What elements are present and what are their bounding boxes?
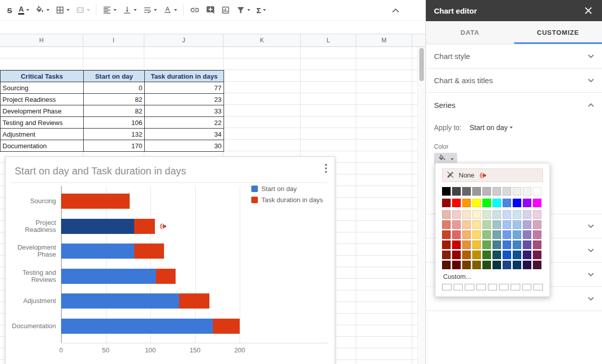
column-header-i[interactable]: I	[83, 34, 144, 46]
color-swatch[interactable]	[462, 261, 471, 269]
fill-color-button[interactable]	[32, 3, 52, 17]
strikethrough-button[interactable]: S	[4, 3, 15, 17]
color-swatch[interactable]	[492, 240, 501, 249]
custom-color-slot[interactable]	[522, 284, 532, 290]
vertical-align-button[interactable]	[120, 3, 140, 17]
column-header-m[interactable]: M	[356, 34, 412, 46]
color-swatch[interactable]	[452, 240, 461, 249]
color-swatch[interactable]	[452, 220, 461, 229]
color-swatch[interactable]	[513, 230, 521, 239]
custom-color-slot[interactable]	[442, 284, 452, 290]
color-swatch[interactable]	[523, 210, 531, 219]
cell[interactable]: Sourcing	[1, 82, 84, 94]
cell[interactable]: 82	[84, 105, 145, 117]
color-swatch[interactable]	[462, 220, 471, 229]
color-swatch[interactable]	[523, 230, 531, 239]
close-icon[interactable]	[583, 5, 594, 16]
bar-task-duration-in-days[interactable]	[213, 319, 240, 334]
color-swatch[interactable]	[442, 261, 451, 269]
color-swatch[interactable]	[523, 220, 531, 229]
color-swatch[interactable]	[442, 220, 451, 229]
color-swatch[interactable]	[452, 187, 461, 196]
vertical-scrollbar[interactable]	[417, 34, 425, 364]
cell[interactable]: 82	[84, 94, 145, 105]
color-swatch[interactable]	[462, 251, 471, 259]
bar-start-on-day[interactable]	[61, 293, 179, 309]
color-swatch[interactable]	[492, 261, 501, 269]
cell[interactable]: 33	[145, 105, 224, 117]
text-color-button[interactable]: A	[15, 3, 32, 17]
borders-button[interactable]	[52, 3, 73, 17]
functions-button[interactable]: Σ	[253, 3, 269, 17]
color-swatch[interactable]	[472, 251, 481, 259]
color-swatch[interactable]	[492, 199, 501, 207]
color-swatch[interactable]	[523, 261, 531, 269]
color-swatch[interactable]	[452, 230, 461, 239]
cell[interactable]: 23	[145, 94, 224, 105]
cell[interactable]: Documentation	[1, 140, 84, 152]
bar-start-on-day[interactable]	[61, 219, 134, 234]
color-swatch[interactable]	[523, 187, 531, 196]
color-swatch[interactable]	[442, 199, 451, 207]
section-series[interactable]: Series	[426, 93, 602, 117]
horizontal-align-button[interactable]	[99, 3, 120, 17]
bar-start-on-day[interactable]	[61, 319, 213, 334]
bar-task-duration-in-days[interactable]	[134, 244, 163, 259]
tab-data[interactable]: DATA	[426, 21, 514, 44]
custom-color-slot[interactable]	[499, 284, 509, 290]
insert-link-button[interactable]	[187, 3, 203, 17]
color-swatch[interactable]	[472, 240, 481, 249]
color-swatch[interactable]	[533, 220, 541, 229]
custom-color-slot[interactable]	[465, 284, 474, 290]
custom-colors-label[interactable]: Custom...	[443, 273, 543, 280]
cell[interactable]: 34	[145, 129, 224, 140]
text-wrap-button[interactable]	[140, 3, 160, 17]
custom-color-slot[interactable]	[488, 284, 498, 290]
color-swatch[interactable]	[452, 251, 461, 259]
color-swatch[interactable]	[492, 230, 501, 239]
color-swatch[interactable]	[492, 251, 501, 259]
scrollbar-thumb[interactable]	[419, 48, 424, 81]
color-swatch[interactable]	[513, 240, 521, 249]
cell[interactable]: Adjustment	[1, 129, 84, 140]
color-swatch[interactable]	[492, 220, 501, 229]
color-swatch[interactable]	[442, 251, 451, 259]
text-rotation-button[interactable]	[160, 3, 180, 17]
color-swatch[interactable]	[503, 220, 511, 229]
color-swatch[interactable]	[452, 199, 461, 207]
header-cell[interactable]: Task duration in days	[145, 71, 224, 82]
section-chart-style[interactable]: Chart style	[426, 44, 602, 69]
cell[interactable]: 170	[84, 140, 145, 152]
color-swatch[interactable]	[513, 199, 521, 207]
color-swatch[interactable]	[462, 199, 471, 207]
color-swatch[interactable]	[482, 187, 491, 196]
bar-start-on-day[interactable]	[61, 244, 134, 259]
color-swatch[interactable]	[492, 187, 501, 196]
color-swatch[interactable]	[452, 261, 461, 269]
legend-item[interactable]: Start on day	[251, 185, 323, 193]
color-swatch[interactable]	[503, 230, 511, 239]
cell[interactable]: 77	[145, 82, 224, 94]
insert-comment-button[interactable]	[203, 3, 218, 17]
filter-button[interactable]	[233, 3, 253, 17]
color-swatch[interactable]	[492, 210, 501, 219]
color-swatch[interactable]	[482, 199, 491, 207]
color-swatch[interactable]	[503, 187, 511, 196]
bar-task-duration-in-days[interactable]	[134, 219, 155, 234]
custom-color-slot[interactable]	[476, 284, 486, 290]
color-swatch[interactable]	[462, 187, 471, 196]
color-swatch[interactable]	[503, 240, 511, 249]
color-swatch[interactable]	[503, 261, 511, 269]
color-swatch[interactable]	[533, 230, 541, 239]
header-cell[interactable]: Critical Tasks	[1, 71, 84, 82]
cell[interactable]: Development Phase	[1, 105, 84, 117]
color-swatch[interactable]	[482, 230, 491, 239]
color-swatch[interactable]	[472, 230, 481, 239]
color-swatch[interactable]	[533, 240, 541, 249]
color-swatch[interactable]	[442, 240, 451, 249]
column-header-j[interactable]: J	[144, 34, 224, 46]
cell[interactable]: 132	[84, 129, 145, 140]
color-swatch[interactable]	[472, 261, 481, 269]
color-swatch[interactable]	[513, 187, 521, 196]
color-swatch[interactable]	[482, 240, 491, 249]
